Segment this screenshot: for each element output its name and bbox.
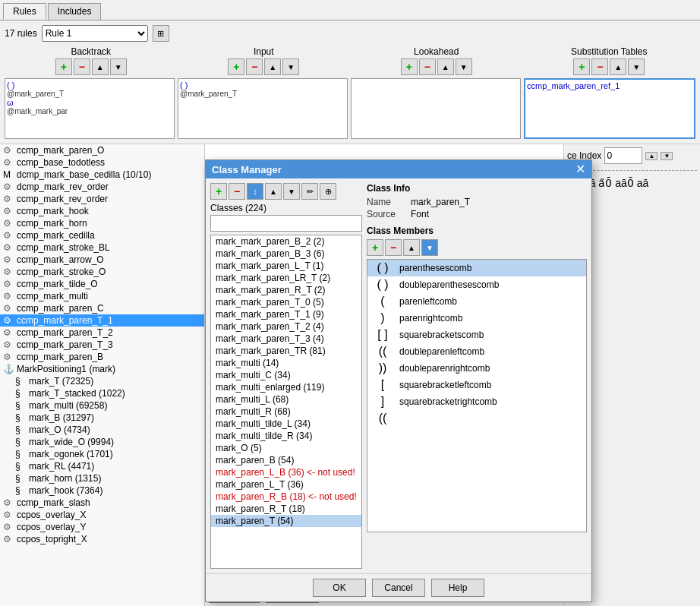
tab-rules[interactable]: Rules [3,3,46,20]
sidebar-item-ccmp_base_todotless[interactable]: ⚙ ccmp_base_todotless [0,156,204,169]
class-import-btn[interactable]: ⊕ [320,183,336,200]
list-item[interactable]: mark_multi_C (34) [211,369,361,381]
member-add-btn[interactable]: + [367,239,383,256]
sidebar-item-ccmp_mark_stroke_O[interactable]: ⚙ ccmp_mark_stroke_O [0,266,204,278]
sidebar-item-ccmp_mark_paren_C[interactable]: ⚙ ccmp_mark_paren_C [0,302,204,314]
input-up-btn[interactable]: ▲ [264,58,281,75]
dialog-ok-button[interactable]: OK [313,579,366,597]
dialog-help-button[interactable]: Help [431,579,484,597]
list-item-selected[interactable]: mark_paren_T (54) [211,515,361,527]
ce-index-down-btn[interactable]: ▼ [661,152,673,160]
input-item-1[interactable]: @mark_paren_T [180,90,345,98]
backtrack-up-btn[interactable]: ▲ [92,58,109,75]
member-down-btn[interactable]: ▼ [421,239,438,256]
list-item[interactable]: mark_paren_B (54) [211,454,361,466]
lookahead-remove-btn[interactable]: − [419,58,436,75]
ce-index-input[interactable] [604,147,642,164]
tab-includes[interactable]: Includes [48,3,102,20]
lookahead-down-btn[interactable]: ▼ [456,58,472,75]
backtrack-item-3[interactable]: @mark_mark_par [7,107,172,115]
list-item[interactable]: mark_multi (14) [211,357,361,369]
input-remove-btn[interactable]: − [246,58,263,75]
class-sort-btn[interactable]: ↕ [247,183,263,200]
input-down-btn[interactable]: ▼ [282,58,299,75]
input-item-0[interactable]: ( ) [180,80,345,90]
list-item[interactable]: mark_mark_paren_R_T (2) [211,284,361,296]
lookahead-up-btn[interactable]: ▲ [437,58,454,75]
member-item[interactable]: ) parenrightcomb [367,310,586,327]
ce-index-up-btn[interactable]: ▲ [645,152,657,160]
list-item[interactable]: mark_mark_paren_TR (81) [211,345,361,357]
list-item[interactable]: mark_multi_tilde_L (34) [211,418,361,430]
list-item[interactable]: mark_paren_R_T (18) [211,503,361,515]
sidebar-item-mark_T[interactable]: § mark_T (72325) [0,375,204,387]
sidebar-item-ccmp_mark_arrow_O[interactable]: ⚙ ccmp_mark_arrow_O [0,254,204,266]
substitution-up-btn[interactable]: ▲ [610,58,626,75]
sidebar-item-mark_B[interactable]: § mark_B (31297) [0,412,204,424]
class-search-input[interactable] [210,215,362,232]
sidebar-item-ccmp_mark_paren_T_2[interactable]: ⚙ ccmp_mark_paren_T_2 [0,327,204,339]
member-item[interactable]: [ squarebracketleftcomb [367,377,586,393]
list-item[interactable]: mark_mark_paren_T_1 (9) [211,308,361,320]
backtrack-item-2[interactable]: ω [7,98,172,107]
member-item[interactable]: ] squarebracketrightcomb [367,393,586,410]
sidebar-item-mark_multi[interactable]: § mark_multi (69258) [0,399,204,412]
sidebar-item-ccmp_mark_multi[interactable]: ⚙ ccmp_mark_multi [0,290,204,302]
class-add-btn[interactable]: + [210,183,227,200]
rule-select[interactable]: Rule 1 [42,25,148,42]
substitution-add-btn[interactable]: + [573,58,590,75]
sidebar-item-ccmp_mark_rev_order[interactable]: ⚙ ccmp_mark_rev_order [0,193,204,205]
sidebar-item-ccmp_mark_slash[interactable]: ⚙ ccmp_mark_slash [0,497,204,509]
sidebar-item-mark_ogonek[interactable]: § mark_ogonek (1701) [0,448,204,460]
list-item[interactable]: mark_mark_paren_L_T (1) [211,260,361,272]
member-item[interactable]: ( parenleftcomb [367,293,586,310]
list-item[interactable]: mark_paren_L_B (36) <- not used! [211,466,361,478]
sidebar-item-ccmp_mark_paren_O[interactable]: ⚙ ccmp_mark_paren_O [0,144,204,156]
sidebar-item-mark_O[interactable]: § mark_O (4734) [0,424,204,436]
sidebar-item-mark_hook[interactable]: § mark_hook (7364) [0,484,204,497]
sidebar-item-mark_wide_O[interactable]: § mark_wide_O (9994) [0,436,204,448]
member-item[interactable]: ( ) doubleparenthesescomb [367,276,586,293]
lookahead-add-btn[interactable]: + [401,58,418,75]
member-item[interactable]: ( ) parenthesescomb [367,260,586,276]
class-remove-btn[interactable]: − [229,183,245,200]
member-item[interactable]: [ ] squarebracketscomb [367,327,586,343]
substitution-item-0[interactable]: ccmp_mark_paren_ref_1 [527,81,692,90]
members-list[interactable]: ( ) parenthesescomb ( ) doubleparenthese… [367,259,587,532]
sidebar-item-ccmp_mark_hook[interactable]: ⚙ ccmp_mark_hook [0,205,204,217]
class-up-btn[interactable]: ▲ [265,183,282,200]
list-item[interactable]: mark_mark_paren_T_2 (4) [211,320,361,333]
member-item[interactable]: )) doubleparenrightcomb [367,360,586,377]
member-remove-btn[interactable]: − [385,239,402,256]
sidebar-item-ccmp_mark_horn[interactable]: ⚙ ccmp_mark_horn [0,217,204,229]
list-item[interactable]: mark_mark_paren_B_2 (2) [211,235,361,248]
list-item[interactable]: mark_multi_tilde_R (34) [211,430,361,442]
list-item[interactable]: mark_mark_paren_T_0 (5) [211,296,361,308]
list-item[interactable]: mark_mark_paren_T_3 (4) [211,333,361,345]
sidebar-item-dcmp_mark_base_cedilla[interactable]: M dcmp_mark_base_cedilla (10/10) [0,169,204,181]
sidebar-item-ccpos_topright_X[interactable]: ⚙ ccpos_topright_X [0,533,204,545]
sidebar-item-ccmp_mark_paren_B[interactable]: ⚙ ccmp_mark_paren_B [0,351,204,363]
class-edit-btn[interactable]: ✏ [301,183,318,200]
list-item[interactable]: mark_paren_L_T (36) [211,478,361,491]
backtrack-down-btn[interactable]: ▼ [110,58,127,75]
sidebar-item-ccmp_mark_paren_T_1[interactable]: ⚙ ccmp_mark_paren_T_1 [0,314,204,327]
member-item[interactable]: (( [367,410,586,427]
sidebar-item-mark_horn[interactable]: § mark_horn (1315) [0,472,204,484]
list-item[interactable]: mark_multi_L (68) [211,393,361,406]
backtrack-item-0[interactable]: ( ) [7,80,172,90]
class-down-btn[interactable]: ▼ [283,183,300,200]
sidebar-item-ccmp_mark_stroke_BL[interactable]: ⚙ ccmp_mark_stroke_BL [0,241,204,254]
backtrack-remove-btn[interactable]: − [74,58,90,75]
input-add-btn[interactable]: + [228,58,244,75]
sidebar-item-ccmp_mark_cedilla[interactable]: ⚙ ccmp_mark_cedilla [0,229,204,241]
grid-view-button[interactable]: ⊞ [153,25,169,42]
backtrack-add-btn[interactable]: + [55,58,72,75]
list-item[interactable]: mark_multi_R (68) [211,406,361,418]
list-item[interactable]: mark_mark_paren_B_3 (6) [211,248,361,260]
dialog-cancel-button[interactable]: Cancel [372,579,425,597]
list-item[interactable]: mark_O (5) [211,442,361,454]
sidebar-item-ccpos_overlay_Y[interactable]: ⚙ ccpos_overlay_Y [0,521,204,533]
list-item[interactable]: mark_mark_paren_LR_T (2) [211,272,361,284]
backtrack-item-1[interactable]: @mark_paren_T [7,90,172,98]
